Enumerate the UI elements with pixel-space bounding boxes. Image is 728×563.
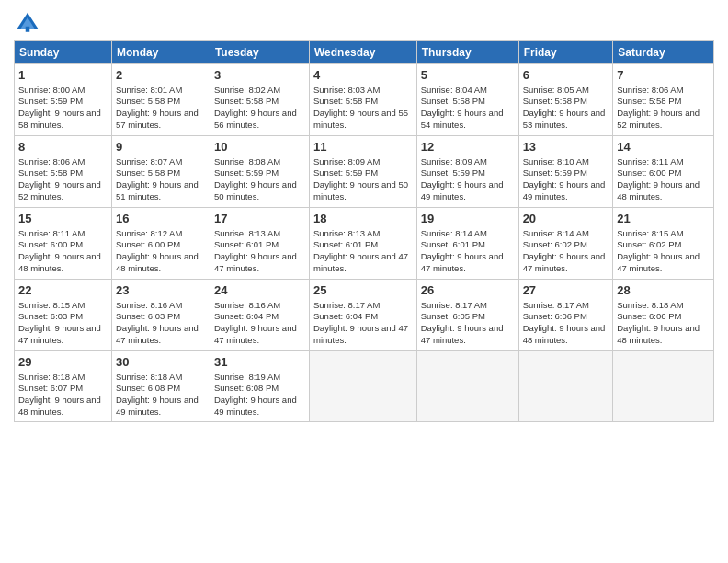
sunset-label: Sunset: 5:59 PM <box>18 96 83 106</box>
sunrise-label: Sunrise: 8:08 AM <box>214 156 280 167</box>
calendar-cell: 10Sunrise: 8:08 AMSunset: 5:59 PMDayligh… <box>210 136 309 208</box>
day-number: 12 <box>421 139 515 155</box>
day-number: 8 <box>18 139 108 155</box>
daylight-label: Daylight: 9 hours and 49 minutes. <box>214 395 297 417</box>
calendar-table: SundayMondayTuesdayWednesdayThursdayFrid… <box>14 40 714 422</box>
daylight-label: Daylight: 9 hours and 54 minutes. <box>421 108 504 130</box>
calendar-cell: 6Sunrise: 8:05 AMSunset: 5:58 PMDaylight… <box>518 64 613 136</box>
sunrise-label: Sunrise: 8:18 AM <box>18 372 85 382</box>
calendar-cell: 22Sunrise: 8:15 AMSunset: 6:03 PMDayligh… <box>15 280 112 351</box>
calendar-cell: 2Sunrise: 8:01 AMSunset: 5:58 PMDaylight… <box>112 64 210 136</box>
daylight-label: Daylight: 9 hours and 48 minutes. <box>617 323 700 345</box>
day-number: 24 <box>214 282 305 299</box>
calendar-cell: 17Sunrise: 8:13 AMSunset: 6:01 PMDayligh… <box>210 208 309 280</box>
daylight-label: Daylight: 9 hours and 51 minutes. <box>116 179 199 201</box>
daylight-label: Daylight: 9 hours and 48 minutes. <box>18 395 101 417</box>
sunrise-label: Sunrise: 8:05 AM <box>523 85 589 95</box>
calendar-cell: 18Sunrise: 8:13 AMSunset: 6:01 PMDayligh… <box>309 208 416 280</box>
daylight-label: Daylight: 9 hours and 47 minutes. <box>214 251 297 273</box>
sunset-label: Sunset: 6:07 PM <box>18 383 83 393</box>
day-number: 14 <box>617 139 710 155</box>
daylight-label: Daylight: 9 hours and 50 minutes. <box>214 179 297 201</box>
calendar-cell: 7Sunrise: 8:06 AMSunset: 5:58 PMDaylight… <box>613 64 714 136</box>
day-number: 31 <box>214 354 305 371</box>
calendar-cell: 12Sunrise: 8:09 AMSunset: 5:59 PMDayligh… <box>416 136 518 208</box>
sunrise-label: Sunrise: 8:06 AM <box>18 156 85 167</box>
day-number: 10 <box>214 139 305 155</box>
daylight-label: Daylight: 9 hours and 49 minutes. <box>523 179 606 201</box>
calendar-cell: 24Sunrise: 8:16 AMSunset: 6:04 PMDayligh… <box>210 280 309 351</box>
day-number: 11 <box>313 139 413 155</box>
sunset-label: Sunset: 6:06 PM <box>523 311 587 321</box>
sunset-label: Sunset: 6:02 PM <box>617 239 681 249</box>
page-container: SundayMondayTuesdayWednesdayThursdayFrid… <box>0 0 728 427</box>
daylight-label: Daylight: 9 hours and 48 minutes. <box>617 179 700 201</box>
sunset-label: Sunset: 5:58 PM <box>617 96 681 106</box>
sunrise-label: Sunrise: 8:06 AM <box>617 85 683 95</box>
sunrise-label: Sunrise: 8:03 AM <box>313 85 380 95</box>
calendar-cell: 13Sunrise: 8:10 AMSunset: 5:59 PMDayligh… <box>518 136 613 208</box>
sunset-label: Sunset: 6:01 PM <box>313 239 378 249</box>
sunset-label: Sunset: 5:58 PM <box>313 96 378 106</box>
daylight-label: Daylight: 9 hours and 53 minutes. <box>523 108 606 130</box>
calendar-cell: 3Sunrise: 8:02 AMSunset: 5:58 PMDaylight… <box>210 64 309 136</box>
calendar-cell: 28Sunrise: 8:18 AMSunset: 6:06 PMDayligh… <box>613 280 714 351</box>
sunrise-label: Sunrise: 8:09 AM <box>313 156 380 167</box>
sunrise-label: Sunrise: 8:04 AM <box>421 85 487 95</box>
sunrise-label: Sunrise: 8:11 AM <box>18 228 85 238</box>
sunset-label: Sunset: 5:58 PM <box>116 96 180 106</box>
daylight-label: Daylight: 9 hours and 52 minutes. <box>617 108 700 130</box>
logo-icon <box>14 9 41 37</box>
calendar-cell: 31Sunrise: 8:19 AMSunset: 6:08 PMDayligh… <box>210 351 309 422</box>
sunrise-label: Sunrise: 8:11 AM <box>617 156 683 167</box>
daylight-label: Daylight: 9 hours and 47 minutes. <box>617 251 700 273</box>
weekday-header-thursday: Thursday <box>416 41 518 64</box>
daylight-label: Daylight: 9 hours and 47 minutes. <box>523 251 606 273</box>
daylight-label: Daylight: 9 hours and 47 minutes. <box>421 323 504 345</box>
sunrise-label: Sunrise: 8:16 AM <box>116 300 182 310</box>
day-number: 15 <box>18 211 108 227</box>
sunset-label: Sunset: 6:08 PM <box>116 383 180 393</box>
sunrise-label: Sunrise: 8:01 AM <box>116 85 182 95</box>
sunrise-label: Sunrise: 8:12 AM <box>116 228 182 238</box>
calendar-cell: 19Sunrise: 8:14 AMSunset: 6:01 PMDayligh… <box>416 208 518 280</box>
day-number: 29 <box>18 354 108 371</box>
calendar-cell: 25Sunrise: 8:17 AMSunset: 6:04 PMDayligh… <box>309 280 416 351</box>
week-row-1: 1Sunrise: 8:00 AMSunset: 5:59 PMDaylight… <box>15 64 714 136</box>
sunset-label: Sunset: 5:58 PM <box>214 96 279 106</box>
calendar-cell: 23Sunrise: 8:16 AMSunset: 6:03 PMDayligh… <box>112 280 210 351</box>
day-number: 7 <box>617 67 710 84</box>
sunset-label: Sunset: 5:58 PM <box>18 167 83 178</box>
calendar-cell: 26Sunrise: 8:17 AMSunset: 6:05 PMDayligh… <box>416 280 518 351</box>
sunrise-label: Sunrise: 8:15 AM <box>18 300 85 310</box>
day-number: 28 <box>617 282 710 299</box>
weekday-header-monday: Monday <box>112 41 210 64</box>
calendar-cell: 21Sunrise: 8:15 AMSunset: 6:02 PMDayligh… <box>613 208 714 280</box>
day-number: 9 <box>116 139 206 155</box>
day-number: 18 <box>313 211 413 227</box>
daylight-label: Daylight: 9 hours and 47 minutes. <box>421 251 504 273</box>
sunset-label: Sunset: 6:02 PM <box>523 239 587 249</box>
week-row-4: 22Sunrise: 8:15 AMSunset: 6:03 PMDayligh… <box>15 280 714 351</box>
day-number: 13 <box>523 139 609 155</box>
daylight-label: Daylight: 9 hours and 47 minutes. <box>18 323 101 345</box>
sunrise-label: Sunrise: 8:07 AM <box>116 156 182 167</box>
daylight-label: Daylight: 9 hours and 48 minutes. <box>116 251 199 273</box>
day-number: 16 <box>116 211 206 227</box>
calendar-cell: 1Sunrise: 8:00 AMSunset: 5:59 PMDaylight… <box>15 64 112 136</box>
svg-rect-2 <box>26 27 30 32</box>
day-number: 17 <box>214 211 305 227</box>
sunrise-label: Sunrise: 8:15 AM <box>617 228 683 238</box>
calendar-cell <box>416 351 518 422</box>
calendar-cell: 11Sunrise: 8:09 AMSunset: 5:59 PMDayligh… <box>309 136 416 208</box>
day-number: 20 <box>523 211 609 227</box>
week-row-5: 29Sunrise: 8:18 AMSunset: 6:07 PMDayligh… <box>15 351 714 422</box>
daylight-label: Daylight: 9 hours and 49 minutes. <box>116 395 199 417</box>
sunset-label: Sunset: 5:58 PM <box>116 167 180 178</box>
calendar-cell: 29Sunrise: 8:18 AMSunset: 6:07 PMDayligh… <box>15 351 112 422</box>
sunset-label: Sunset: 6:01 PM <box>214 239 279 249</box>
sunset-label: Sunset: 5:59 PM <box>523 167 587 178</box>
daylight-label: Daylight: 9 hours and 48 minutes. <box>18 251 101 273</box>
weekday-header-wednesday: Wednesday <box>309 41 416 64</box>
calendar-cell: 5Sunrise: 8:04 AMSunset: 5:58 PMDaylight… <box>416 64 518 136</box>
